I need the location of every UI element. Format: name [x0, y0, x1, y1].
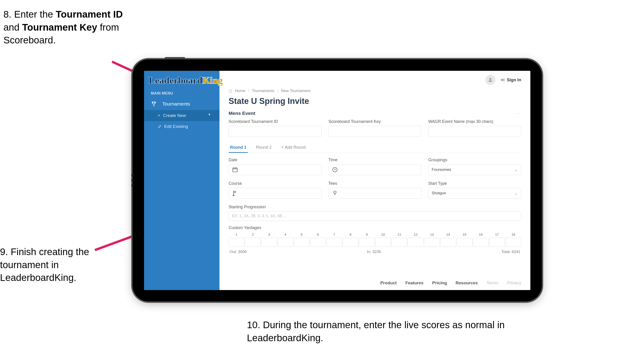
hole-yardage-input[interactable] [424, 238, 440, 247]
tee-icon [332, 190, 338, 196]
yardage-holes: 123456789101112131415161718 [228, 233, 521, 247]
hole-number: 2 [245, 233, 260, 236]
hole-yardage-input[interactable] [375, 238, 391, 247]
input-time[interactable] [328, 164, 422, 175]
hole-number: 6 [310, 233, 326, 236]
label-starting-progression: Starting Progression [228, 205, 521, 209]
hole-yardage-input[interactable] [440, 238, 456, 247]
hole-5: 5 [294, 233, 310, 247]
edit-icon [158, 125, 162, 128]
device-top-button [164, 57, 185, 59]
input-tournament-id[interactable] [228, 126, 322, 137]
hole-6: 6 [310, 233, 326, 247]
input-wagr[interactable] [428, 126, 521, 137]
label-custom-yardages: Custom Yardages [228, 225, 521, 230]
hole-yardage-input[interactable] [506, 238, 521, 247]
avatar[interactable] [485, 75, 496, 85]
hole-yardage-input[interactable] [456, 238, 472, 247]
hole-number: 17 [489, 233, 505, 236]
app-logo: LeaderboardKing [144, 71, 220, 88]
hole-number: 15 [456, 233, 472, 236]
hole-number: 11 [392, 233, 407, 236]
main-menu-label: MAIN MENU [144, 88, 220, 98]
label-date: Date [228, 158, 322, 162]
hole-number: 10 [375, 233, 391, 236]
hole-yardage-input[interactable] [359, 238, 375, 247]
hole-yardage-input[interactable] [294, 238, 310, 247]
main-panel: Sign In Home / Tournaments / New Tournam… [220, 71, 530, 290]
plus-icon: + [158, 113, 160, 118]
event-menu-button[interactable]: ··· [516, 111, 521, 116]
crumb-new: New Tournament [281, 89, 310, 93]
label-tournament-key: Scoreboard Tournament Key [328, 119, 422, 124]
input-tees[interactable] [328, 188, 422, 199]
hole-11: 11 [392, 233, 407, 247]
hole-7: 7 [326, 233, 342, 247]
footer-terms[interactable]: Terms [486, 281, 498, 286]
footer-features[interactable]: Features [405, 281, 424, 286]
event-name: Mens Event [228, 110, 255, 116]
cursor-icon [207, 113, 212, 118]
breadcrumb: Home / Tournaments / New Tournament [228, 87, 521, 96]
hole-number: 18 [506, 233, 521, 236]
hole-9: 9 [359, 233, 375, 247]
content: Home / Tournaments / New Tournament Stat… [220, 87, 530, 274]
hole-15: 15 [456, 233, 472, 247]
input-tournament-key[interactable] [328, 126, 422, 137]
hole-3: 3 [261, 233, 277, 247]
footer-privacy[interactable]: Privacy [507, 281, 521, 286]
chevron-down-icon: ⌄ [514, 191, 518, 196]
starting-progression-placeholder: EX: 1, 2A, 2B, 3, 4, 5, 6A, 6B ... [232, 214, 286, 218]
nav-edit-existing[interactable]: Edit Existing [144, 121, 220, 132]
svg-point-6 [334, 191, 336, 193]
tab-round-1[interactable]: Round 1 [228, 143, 248, 153]
hole-number: 1 [228, 233, 244, 236]
hole-yardage-input[interactable] [245, 238, 260, 247]
signin-button[interactable]: Sign In [500, 77, 521, 82]
step-9: 9. Finish creating the tournament in Lea… [0, 246, 92, 284]
hole-yardage-input[interactable] [473, 238, 488, 247]
page-title: State U Spring Invite [228, 96, 521, 109]
svg-rect-3 [233, 168, 237, 172]
nav-create-new-label: Create New [163, 113, 186, 118]
input-starting-progression[interactable]: EX: 1, 2A, 2B, 3, 4, 5, 6A, 6B ... [228, 211, 521, 221]
label-tees: Tees [328, 181, 422, 186]
hole-10: 10 [375, 233, 391, 247]
yardage-total: Total: 6241 [501, 250, 520, 254]
crumb-tournaments[interactable]: Tournaments [252, 89, 274, 93]
label-groupings: Groupings [428, 158, 521, 162]
step-8: 8. Enter the Tournament ID and Tournamen… [4, 8, 132, 47]
round-tabs: Round 1 Round 2 + Add Round [228, 143, 521, 153]
input-course[interactable] [228, 188, 322, 199]
tab-add-round[interactable]: + Add Round [280, 143, 307, 153]
nav-tournaments[interactable]: Tournaments [144, 98, 220, 110]
hole-yardage-input[interactable] [489, 238, 505, 247]
hole-yardage-input[interactable] [261, 238, 277, 247]
hole-1: 1 [228, 233, 244, 247]
input-date[interactable] [228, 164, 322, 175]
hole-number: 12 [408, 233, 424, 236]
hole-yardage-input[interactable] [326, 238, 342, 247]
clock-icon [332, 167, 338, 173]
nav-edit-existing-label: Edit Existing [164, 124, 188, 129]
hole-yardage-input[interactable] [228, 238, 244, 247]
tab-round-2[interactable]: Round 2 [255, 143, 273, 153]
label-start-type: Start Type [428, 181, 521, 186]
hole-yardage-input[interactable] [278, 238, 293, 247]
select-start-type[interactable]: Shotgun ⌄ [428, 188, 521, 199]
footer-product[interactable]: Product [380, 281, 397, 286]
label-time: Time [328, 158, 422, 162]
hole-yardage-input[interactable] [343, 238, 358, 247]
footer-pricing[interactable]: Pricing [432, 281, 447, 286]
hole-yardage-input[interactable] [392, 238, 407, 247]
select-groupings[interactable]: Foursomes ⌄ [428, 164, 521, 175]
hole-13: 13 [424, 233, 440, 247]
user-icon [488, 77, 493, 83]
hole-yardage-input[interactable] [408, 238, 424, 247]
yardage-in: In: 3235 [367, 250, 381, 254]
hole-yardage-input[interactable] [310, 238, 326, 247]
sidebar: LeaderboardKing MAIN MENU Tournaments + … [144, 71, 220, 290]
crumb-home[interactable]: Home [235, 89, 245, 93]
footer-resources[interactable]: Resources [456, 281, 478, 286]
nav-create-new[interactable]: + Create New [144, 110, 220, 121]
